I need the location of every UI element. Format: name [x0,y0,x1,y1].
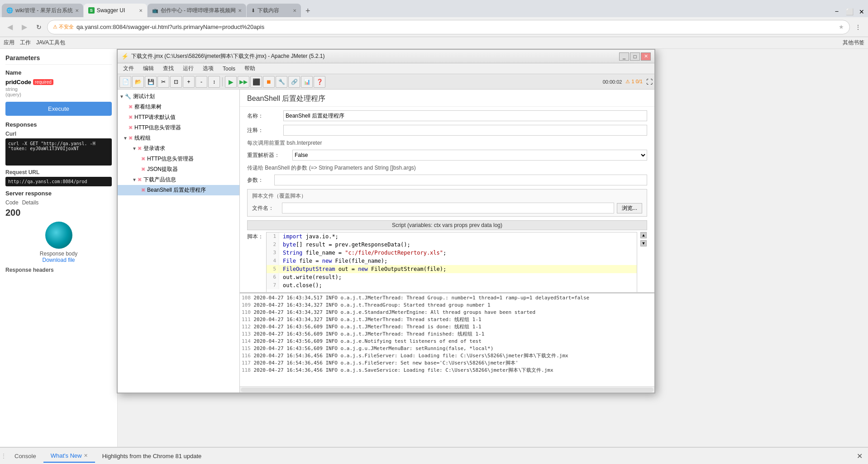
browser-menu-icon[interactable]: ⋮ [852,21,864,33]
menu-file[interactable]: 文件 [119,64,138,73]
jmeter-warning-indicator: ⚠ 1 0/1 [625,79,643,85]
tree-label-beanshell: BeanShell 后置处理程序 [147,186,206,194]
tree-label-http-header: HTTP信息头管理器 [134,124,181,132]
minimize-icon[interactable]: － [831,7,842,16]
maximize-window-button[interactable]: □ [630,52,640,61]
form-row-name: 名称： [247,110,647,121]
line-content-4: File file = new File(file_name); [279,257,387,265]
tool-open[interactable]: 📂 [132,76,144,88]
bookmark-java[interactable]: JAVA工具包 [36,39,65,47]
devtools-drag-handle[interactable]: ⋮ [0,447,7,464]
tab-console[interactable]: Console [7,450,43,462]
bookmark-other[interactable]: 其他书签 [843,39,864,47]
tool-revert[interactable]: ✂ [157,76,169,88]
tool-paste[interactable]: - [196,76,207,88]
tab-whats-new[interactable]: What's New ✕ [43,450,95,463]
maximize-icon[interactable]: ⬜ [844,8,855,15]
tab-wiki[interactable]: 🌐 wiki管理 - 果芽后台系统 ✕ [2,4,83,17]
bookmark-apps[interactable]: 应用 [4,39,14,47]
line-num-5: 5 [267,265,279,273]
minimize-window-button[interactable]: _ [619,52,629,61]
forward-button[interactable]: ▶ [18,21,31,33]
form-input-name[interactable] [283,110,647,121]
tree-icon-json: ✕ [141,166,145,172]
script-area-label: 脚本： [247,232,263,241]
line-num-2: 2 [267,241,279,249]
tab-download[interactable]: ⬇ 下载内容 ✕ [247,4,301,17]
menu-search[interactable]: 查找 [158,64,178,73]
cursor-indicator: | [267,289,637,293]
tab-download-close[interactable]: ✕ [293,8,296,13]
back-button[interactable]: ◀ [4,21,16,33]
close-devtools-icon[interactable]: ✕ [851,452,868,460]
tool-remote[interactable]: 🔗 [288,76,300,88]
tab-bar: 🌐 wiki管理 - 果芽后台系统 ✕ S Swagger UI ✕ 📺 创作中… [0,0,868,17]
tool-expand[interactable]: ↕ [208,76,220,88]
tool-save[interactable]: 💾 [145,76,157,88]
form-row-params: 参数： [247,175,647,185]
tab-bilibili[interactable]: 📺 创作中心 - 哔哩哔哩弹幕视频网 ✕ [148,4,247,17]
tool-stop[interactable]: ⬛ [250,76,262,88]
form-label-name: 名称： [247,112,283,120]
navigation-bar: ◀ ▶ ↻ ⚠ 不安全 qa.yansl.com:8084/swagger-ui… [0,17,868,37]
menu-tools[interactable]: Tools [218,65,240,73]
tree-item-login[interactable]: ▼ ✕ 登录请求 [118,143,239,154]
execute-button[interactable]: Execute [5,102,112,116]
jmeter-title-icon: ⚡ [121,53,129,60]
browse-button[interactable]: 浏览... [617,203,642,213]
script-editor[interactable]: 1 import java.io.*; 2 byte[] result = pr… [266,232,637,293]
new-tab-button[interactable]: + [301,5,314,17]
form-input-filename[interactable] [282,203,614,213]
menu-run[interactable]: 运行 [178,64,198,73]
tab-bilibili-close[interactable]: ✕ [238,8,242,13]
tree-item-thread-group[interactable]: ▼ ✕ 线程组 [118,133,239,143]
menu-edit[interactable]: 编辑 [138,64,158,73]
tool-remote-stop[interactable]: 📊 [301,76,313,88]
form-select-interpreter[interactable]: False True [292,150,647,161]
menu-options[interactable]: 选项 [198,64,218,73]
menu-help[interactable]: 帮助 [240,64,260,73]
tree-icon-test: 🔧 [125,94,131,99]
tree-item-http-header[interactable]: ✕ HTTP信息头管理器 [118,123,239,133]
tool-cut[interactable]: ⊡ [170,76,182,88]
address-bar[interactable]: ⚠ 不安全 qa.yansl.com:8084/swagger-ui.html?… [47,20,850,34]
tab-swagger[interactable]: S Swagger UI ✕ [84,4,147,17]
tree-item-download-product[interactable]: ▼ ✕ 下载产品信息 [118,175,239,185]
expand-icon[interactable]: ⛶ [646,78,653,85]
close-browser-icon[interactable]: ✕ [857,8,866,15]
log-scrollbar[interactable] [240,386,654,393]
tree-icon-thread: ✕ [129,135,133,141]
download-file-link[interactable]: Download file [42,257,75,263]
jmeter-right-panel: BeanShell 后置处理程序 名称： 注释： [240,90,654,393]
tree-label-http-defaults: HTTP请求默认值 [134,114,176,121]
tree-item-results[interactable]: ✕ 察看结果树 [118,102,239,112]
tool-clear[interactable]: 🔧 [276,76,287,88]
bookmark-star-icon[interactable]: ★ [839,24,844,30]
tree-item-login-header[interactable]: ✕ HTTP信息头管理器 [118,154,239,164]
tool-run[interactable]: ▶ [225,76,237,88]
tool-run-thread[interactable]: ▶▶ [238,76,249,88]
tree-icon-login-header: ✕ [141,156,145,162]
tool-shutdown[interactable]: ⏹ [263,76,275,88]
bookmark-work[interactable]: 工作 [20,39,31,47]
request-url-label: Request URL [5,169,112,175]
tree-item-beanshell[interactable]: ✕ BeanShell 后置处理程序 [118,185,239,195]
tab-wiki-close[interactable]: ✕ [75,8,79,13]
close-window-button[interactable]: ✕ [641,52,651,61]
bookmark-bar: 应用 工作 JAVA工具包 其他书签 [0,37,868,49]
expand-icon-thread: ▼ [123,136,128,141]
form-row-filename: 文件名： 浏览... [252,203,642,213]
tree-item-http-defaults[interactable]: ✕ HTTP请求默认值 [118,112,239,123]
scroll-arrow-right[interactable]: ▲ ▼ [640,232,647,246]
tree-item-test-plan[interactable]: ▼ 🔧 测试计划 [118,91,239,102]
tool-remote-shutdown[interactable]: ❓ [314,76,325,88]
tool-new[interactable]: 📄 [119,76,131,88]
close-whats-new[interactable]: ✕ [84,453,88,459]
tab-swagger-close[interactable]: ✕ [139,8,143,13]
tool-copy[interactable]: + [183,76,195,88]
form-input-comment[interactable] [283,125,647,136]
form-label-interpreter: 重置解析器： [247,152,292,159]
reload-button[interactable]: ↻ [33,21,45,33]
form-input-params[interactable] [274,175,647,185]
tree-item-json-extractor[interactable]: ✕ JSON提取器 [118,164,239,175]
